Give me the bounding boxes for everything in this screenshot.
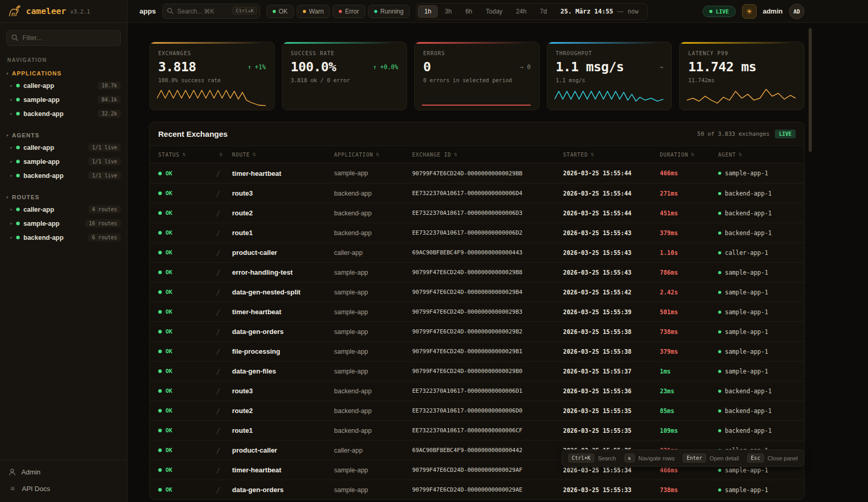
- time-range-button[interactable]: 6h: [459, 5, 478, 18]
- date-range-display[interactable]: 25. März 14:55 — now: [554, 8, 646, 15]
- chevron-right-icon: ▸: [10, 111, 12, 116]
- status-dot: [158, 448, 162, 452]
- status-label: OK: [165, 467, 172, 473]
- keyboard-hint: Esc Close panel: [747, 454, 798, 462]
- table-row[interactable]: OK ╱ data-gen-orders sample-app 90799F47…: [150, 480, 804, 499]
- sidebar-item[interactable]: ▸ sample-app 84.1k: [0, 93, 127, 107]
- stat-accent-strip: [415, 42, 539, 44]
- table-row[interactable]: OK ╱ route3 backend-app EE7322370A10617-…: [150, 183, 804, 203]
- stat-trend: → 0: [520, 63, 531, 71]
- table-row[interactable]: OK ╱ timer-heartbeat sample-app 90799F47…: [150, 163, 804, 183]
- table-row[interactable]: OK ╱ timer-heartbeat sample-app 90799F47…: [150, 302, 804, 321]
- status-dot: [158, 231, 162, 235]
- sort-icon: ⇅: [182, 152, 186, 157]
- column-header[interactable]: STATUS ⇅: [158, 152, 216, 158]
- time-range-button[interactable]: 1h: [418, 5, 437, 18]
- stat-sparkline: [686, 85, 798, 107]
- started-timestamp: 2026-03-25 15:55:43: [563, 269, 660, 276]
- scrollbar[interactable]: [809, 28, 812, 152]
- app-version: v3.2.1: [70, 8, 90, 15]
- column-header-label: APPLICATION: [334, 152, 373, 158]
- hint-label: Close panel: [768, 455, 798, 461]
- theme-toggle-button[interactable]: ☀: [742, 4, 757, 19]
- table-row[interactable]: OK ╱ data-gen-orders sample-app 90799F47…: [150, 321, 804, 341]
- table-row[interactable]: OK ╱ error-handling-test sample-app 9079…: [150, 262, 804, 282]
- agent-name: sample-app-1: [725, 368, 768, 375]
- chevron-down-icon: ▾: [6, 195, 8, 200]
- live-toggle[interactable]: LIVE: [703, 6, 735, 17]
- column-header[interactable]: AGENT ⇅: [718, 152, 796, 158]
- section-header-routes[interactable]: ▾ ROUTES: [0, 190, 127, 202]
- sidebar-item[interactable]: ▸ caller-app 1/1 live: [0, 140, 127, 155]
- time-range-button[interactable]: 3h: [439, 5, 458, 18]
- filter-input[interactable]: [6, 30, 121, 46]
- section-header-applications[interactable]: ▾ APPLICATIONS: [0, 66, 127, 79]
- filter-chip[interactable]: Running: [368, 5, 410, 18]
- stat-sparkline: [156, 85, 268, 107]
- status-label: OK: [165, 368, 172, 375]
- sidebar-item[interactable]: ▸ backend-app 32.2k: [0, 107, 127, 121]
- agent-name: sample-app-1: [725, 467, 768, 474]
- column-header[interactable]: DURATION ⇅: [660, 152, 718, 158]
- chevron-down-icon: ▾: [6, 133, 8, 138]
- logo-row[interactable]: cameleer v3.2.1: [0, 0, 127, 23]
- time-range-button[interactable]: Today: [480, 5, 509, 18]
- time-range-button[interactable]: 24h: [510, 5, 533, 18]
- sidebar-item[interactable]: ▸ caller-app 10.7k: [0, 79, 127, 93]
- sidebar-item[interactable]: ▸ sample-app 16 routes: [0, 216, 127, 230]
- hint-kbd: ⇅: [624, 454, 635, 462]
- application-name: sample-app: [334, 348, 412, 355]
- exchange-id: 90799F47E6CD24D-00000000000029AF: [412, 467, 563, 473]
- sidebar-item-label: sample-app: [23, 96, 59, 104]
- avatar[interactable]: AD: [789, 4, 805, 19]
- sidebar-item-api-docs[interactable]: ≡ API Docs: [0, 480, 127, 497]
- table-row[interactable]: OK ╱ route2 backend-app EE7322370A10617-…: [150, 203, 804, 223]
- route-path-icon: ╱: [216, 408, 220, 414]
- stat-value: 11.742 ms: [688, 59, 756, 74]
- sort-icon: ⇅: [454, 152, 457, 157]
- agent-name: sample-app-1: [725, 308, 768, 316]
- status-dot: [16, 222, 20, 225]
- exchange-id: 90799F47E6CD24D-00000000000029BB: [412, 170, 563, 177]
- time-range-button[interactable]: 7d: [534, 5, 553, 18]
- table-row[interactable]: OK ╱ route1 backend-app EE7322370A10617-…: [150, 223, 804, 242]
- column-header[interactable]: EXCHANGE ID ⇅: [412, 152, 563, 158]
- sidebar-item-badge: 4 routes: [88, 205, 121, 213]
- status-label: OK: [165, 427, 172, 434]
- sidebar-item[interactable]: ▸ backend-app 6 routes: [0, 230, 127, 244]
- column-header[interactable]: STARTED ⇅: [563, 152, 660, 158]
- status-dot: [16, 236, 20, 239]
- status-dot: [158, 172, 162, 175]
- sidebar-item-admin[interactable]: Admin: [0, 464, 127, 480]
- sidebar-item-label: backend-app: [23, 172, 63, 179]
- exchange-id: EE7322370A10617-00000000000006D2: [412, 229, 563, 236]
- table-row[interactable]: OK ╱ data-gen-files sample-app 90799F47E…: [150, 361, 804, 381]
- time-range-label: 3h: [445, 8, 452, 15]
- started-timestamp: 2026-03-25 15:55:39: [563, 308, 660, 316]
- hint-kbd: Enter: [683, 454, 706, 462]
- route-path-icon: ╱: [216, 349, 220, 355]
- table-row[interactable]: OK ╱ route3 backend-app EE7322370A10617-…: [150, 381, 804, 401]
- table-row[interactable]: OK ╱ file-processing sample-app 90799F47…: [150, 341, 804, 361]
- recent-exchanges-panel: Recent Exchanges 50 of 3.833 exchanges L…: [149, 122, 805, 500]
- section-header-agents[interactable]: ▾ AGENTS: [0, 128, 127, 140]
- filter-chip[interactable]: Warn: [297, 5, 330, 18]
- status-dot: [16, 98, 20, 101]
- sidebar-item[interactable]: ▸ backend-app 1/1 live: [0, 169, 127, 183]
- table-row[interactable]: OK ╱ route1 backend-app EE7322370A10617-…: [150, 420, 804, 440]
- column-header[interactable]: ROUTE ⇅: [232, 152, 334, 158]
- avatar-initials: AD: [794, 8, 800, 15]
- stat-trend: →: [659, 63, 663, 71]
- table-row[interactable]: OK ╱ data-gen-nested-split sample-app 90…: [150, 282, 804, 302]
- sidebar-item[interactable]: ▸ caller-app 4 routes: [0, 202, 127, 216]
- sidebar-item[interactable]: ▸ sample-app 1/1 live: [0, 155, 127, 169]
- application-name: backend-app: [334, 190, 412, 197]
- duration-value: 466ms: [660, 170, 718, 177]
- search-icon: [11, 34, 19, 42]
- filter-chip[interactable]: Error: [333, 5, 365, 18]
- column-header[interactable]: ⇅: [216, 152, 232, 157]
- table-row[interactable]: OK ╱ route2 backend-app EE7322370A10617-…: [150, 401, 804, 420]
- table-row[interactable]: OK ╱ product-caller caller-app 69AC90BF8…: [150, 242, 804, 262]
- column-header[interactable]: APPLICATION ⇅: [334, 152, 412, 158]
- filter-chip[interactable]: OK: [266, 5, 294, 18]
